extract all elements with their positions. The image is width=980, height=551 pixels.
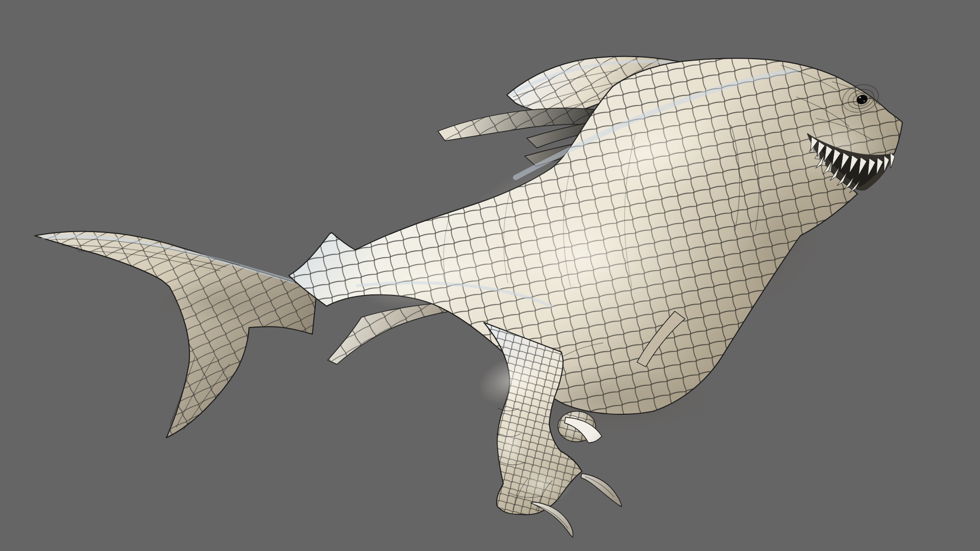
3d-viewport[interactable]: 3D wireframe viewport render of a shark-… <box>0 0 980 551</box>
foot-highlight <box>510 464 572 505</box>
shark-creature-render: 3D wireframe viewport render of a shark-… <box>0 0 980 551</box>
tail-shadow <box>153 278 286 324</box>
eye-glint-2 <box>864 101 865 102</box>
shin-highlight <box>495 413 526 474</box>
eye-glint <box>859 96 861 98</box>
eye-group <box>832 79 889 120</box>
